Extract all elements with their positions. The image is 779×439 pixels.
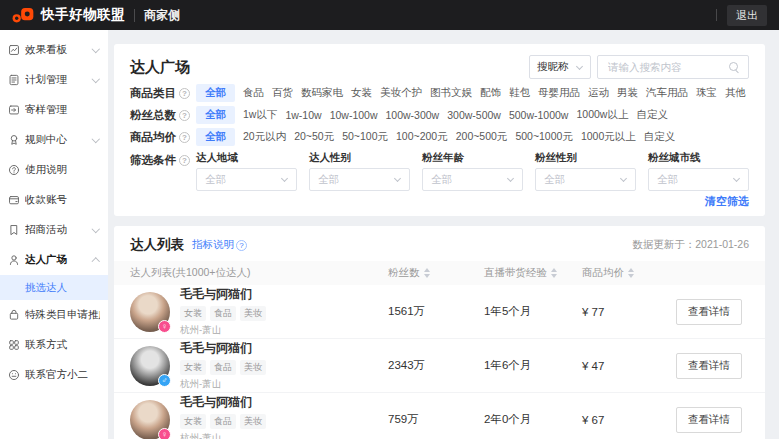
- condition-row: 筛选条件 达人地域 全部 达人性别: [130, 151, 749, 191]
- filter-option[interactable]: 全部: [196, 84, 235, 102]
- sidebar-group: 寄样管理: [0, 95, 108, 125]
- filter-option[interactable]: 百货: [272, 84, 293, 102]
- sidebar-group: 达人广场 挑选达人: [0, 245, 108, 300]
- search-type-select[interactable]: 搜昵称: [529, 55, 591, 79]
- filter-option[interactable]: 男装: [617, 84, 638, 102]
- view-details-button[interactable]: 查看详情: [676, 299, 742, 325]
- gender-badge: ♀: [158, 320, 171, 333]
- search-input[interactable]: [606, 60, 729, 74]
- filter-option[interactable]: 10w-100w: [330, 107, 378, 123]
- sample-icon: [8, 104, 20, 116]
- category-tags: 女装食品美妆: [180, 414, 266, 429]
- filter-row: 商品类目 全部 食品 百货: [130, 84, 749, 103]
- filter-option[interactable]: 女装: [351, 84, 372, 102]
- logout-button[interactable]: 退出: [727, 5, 767, 26]
- help-icon: [179, 155, 190, 166]
- filter-option[interactable]: 运动: [588, 84, 609, 102]
- column-header-label: 商品均价: [582, 266, 624, 280]
- metrics-guide-link[interactable]: 指标说明: [192, 238, 247, 252]
- column-header[interactable]: 粉丝数: [388, 266, 484, 280]
- clear-filters-link[interactable]: 清空筛选: [705, 194, 749, 209]
- fans-count: 2343万: [388, 358, 484, 373]
- sort-icon[interactable]: [551, 268, 557, 278]
- column-header-label: 粉丝数: [388, 266, 420, 280]
- sidebar-item[interactable]: 联系方式: [0, 330, 108, 360]
- sidebar-item[interactable]: 使用说明: [0, 155, 108, 185]
- filter-option[interactable]: 图书文娱: [430, 84, 472, 102]
- main-content: 达人广场 搜昵称 商品类目: [108, 30, 779, 439]
- sort-icon[interactable]: [424, 268, 430, 278]
- column-header-label: 直播带货经验: [484, 266, 547, 280]
- filter-option[interactable]: 母婴用品: [538, 84, 580, 102]
- sidebar-group: 效果看板: [0, 35, 108, 65]
- dropdown-select[interactable]: 全部: [309, 168, 410, 191]
- filter-option[interactable]: 自定义: [644, 128, 676, 146]
- filter-option[interactable]: 全部: [196, 128, 235, 146]
- list-count-label: 达人列表(共1000+位达人): [130, 266, 388, 280]
- column-header[interactable]: 商品均价: [582, 266, 676, 280]
- table-row: ♀ 毛毛与阿猫们 女装食品美妆 杭州-萧山 1561万: [114, 285, 765, 339]
- sidebar-item-label: 规则中心: [25, 133, 87, 147]
- filter-option[interactable]: 300w-500w: [447, 107, 501, 123]
- page-title: 达人广场: [130, 58, 190, 77]
- sidebar-item[interactable]: 收款账号: [0, 185, 108, 215]
- filter-option[interactable]: 500~1000元: [515, 128, 573, 146]
- data-updated-label: 数据更新于：2021-01-26: [632, 238, 749, 252]
- location-label: 杭州-萧山: [180, 432, 266, 439]
- gender-symbol: ♀: [162, 430, 168, 439]
- sidebar-item[interactable]: 寄样管理: [0, 95, 108, 125]
- chevron-down-icon: [733, 176, 740, 183]
- filter-option[interactable]: 配饰: [480, 84, 501, 102]
- filter-option[interactable]: 汽车用品: [646, 84, 688, 102]
- gender-symbol: ♂: [162, 376, 168, 385]
- avatar: ♀: [130, 400, 170, 439]
- filter-option[interactable]: 20元以内: [243, 128, 286, 146]
- filter-option[interactable]: 50~100元: [342, 128, 388, 146]
- account-icon: [8, 194, 20, 206]
- dropdown-select[interactable]: 全部: [196, 168, 297, 191]
- help-icon: [179, 110, 190, 121]
- column-header[interactable]: 直播带货经验: [484, 266, 582, 280]
- topbar: 快手好物联盟 商家侧 退出: [0, 0, 779, 30]
- filter-option[interactable]: 自定义: [636, 106, 668, 124]
- filter-option[interactable]: 1000元以上: [581, 128, 636, 146]
- filter-option[interactable]: 20~50元: [294, 128, 334, 146]
- dropdown-select[interactable]: 全部: [648, 168, 749, 191]
- location-label: 杭州-萧山: [180, 378, 266, 391]
- sidebar-item[interactable]: 特殊类目申请推广: [0, 300, 108, 330]
- filter-option[interactable]: 100~200元: [396, 128, 448, 146]
- gender-badge: ♀: [158, 428, 171, 439]
- view-details-button[interactable]: 查看详情: [676, 407, 742, 433]
- filter-option[interactable]: 美妆个护: [380, 84, 422, 102]
- filter-option[interactable]: 1w以下: [243, 106, 277, 124]
- view-details-button[interactable]: 查看详情: [676, 353, 742, 379]
- filter-option[interactable]: 500w-1000w: [509, 107, 569, 123]
- dropdown-select[interactable]: 全部: [422, 168, 523, 191]
- sidebar-item[interactable]: 规则中心: [0, 125, 108, 155]
- filter-option[interactable]: 1w-10w: [285, 107, 321, 123]
- filter-option[interactable]: 鞋包: [509, 84, 530, 102]
- sidebar-item[interactable]: 效果看板: [0, 35, 108, 65]
- filter-option[interactable]: 100w-300w: [386, 107, 440, 123]
- filter-option[interactable]: 珠宝: [696, 84, 717, 102]
- dropdown-label: 粉丝城市线: [648, 151, 749, 165]
- sidebar-group: 使用说明: [0, 155, 108, 185]
- filter-option[interactable]: 1000w以上: [576, 106, 628, 124]
- sidebar-item[interactable]: 联系官方小二: [0, 360, 108, 390]
- category-tag: 食品: [210, 306, 236, 321]
- filter-option[interactable]: 其他: [725, 84, 746, 102]
- filter-option[interactable]: 数码家电: [301, 84, 343, 102]
- sidebar-subitem[interactable]: 挑选达人: [0, 275, 108, 300]
- avatar: ♂: [130, 346, 170, 386]
- sidebar-item[interactable]: 计划管理: [0, 65, 108, 95]
- filter-row: 商品均价 全部 20元以内 20~50元: [130, 128, 749, 147]
- filter-option[interactable]: 200~500元: [456, 128, 508, 146]
- sidebar-item[interactable]: 招商活动: [0, 215, 108, 245]
- search-icon: [729, 62, 740, 73]
- dropdown-select[interactable]: 全部: [535, 168, 636, 191]
- filter-option[interactable]: 全部: [196, 106, 235, 124]
- chevron-icon: [92, 136, 100, 144]
- sidebar-item[interactable]: 达人广场: [0, 245, 108, 275]
- filter-option[interactable]: 食品: [243, 84, 264, 102]
- sort-icon[interactable]: [628, 268, 634, 278]
